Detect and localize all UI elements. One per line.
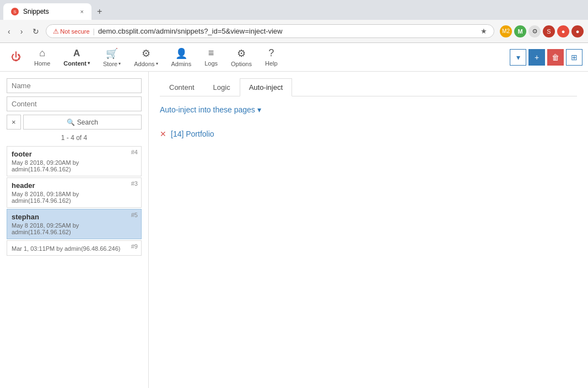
url-display: demo.cbsplit.com/admin/snippets?_id=5&vi…	[98, 27, 477, 35]
snippet-name: header	[12, 181, 137, 190]
help-icon: ?	[268, 47, 274, 59]
content-icon: A	[73, 48, 80, 59]
app-action-buttons: ▾ + 🗑 ⊞	[510, 49, 582, 66]
content-filter-input[interactable]	[7, 96, 142, 111]
name-filter-input[interactable]	[7, 78, 142, 93]
nav-item-logs[interactable]: ≡ Logs	[199, 43, 223, 71]
extension-icon-2: M	[514, 25, 526, 37]
snippet-meta: May 8 2018, 09:25AM by admin(116.74.96.1…	[12, 222, 137, 235]
snippet-meta: May 8 2018, 09:18AM by admin(116.74.96.1…	[12, 191, 137, 204]
warning-icon: ⚠	[53, 28, 59, 35]
admins-label: Admins	[171, 61, 192, 67]
snippet-id: #3	[131, 180, 138, 187]
bookmark-button[interactable]: ★	[481, 27, 487, 35]
dropdown-arrow-icon: ▾	[257, 105, 261, 114]
extension-icon-1: M2	[500, 25, 512, 37]
home-label: Home	[34, 60, 50, 67]
snippet-id: #4	[131, 149, 138, 155]
grid-action-button[interactable]: ⊞	[566, 49, 582, 66]
content-label: Content ▾	[63, 60, 90, 67]
forward-button[interactable]: ›	[17, 25, 26, 38]
nav-item-home[interactable]: ⌂ Home	[29, 43, 56, 71]
nav-item-options[interactable]: ⚙ Options	[225, 43, 257, 72]
add-action-button[interactable]: +	[528, 49, 545, 66]
power-icon: ⏻	[11, 51, 21, 63]
auto-inject-dropdown-link[interactable]: Auto-inject into these pages ▾	[160, 105, 261, 114]
snippet-item-footer[interactable]: #4 footer May 8 2018, 09:20AM by admin(1…	[7, 146, 142, 176]
delete-action-button[interactable]: 🗑	[547, 49, 564, 66]
snippet-item-header[interactable]: #3 header May 8 2018, 09:18AM by admin(1…	[7, 177, 142, 208]
snippet-name: footer	[12, 150, 137, 158]
nav-item-addons[interactable]: ⚙ Addons ▾	[128, 43, 163, 72]
refresh-button[interactable]: ↻	[29, 25, 42, 38]
portfolio-page-link[interactable]: [14] Portfolio	[171, 130, 214, 138]
addons-icon: ⚙	[142, 47, 150, 60]
extension-icon-6: ●	[571, 25, 584, 37]
browser-window: S Snippets × + ‹ › ↻ ⚠ Not secure | demo…	[0, 0, 588, 388]
remove-page-button[interactable]: ✕	[160, 130, 166, 138]
back-button[interactable]: ‹	[4, 25, 14, 38]
extension-icon-3: ⊙	[528, 25, 541, 37]
store-dropdown-icon: ▾	[118, 61, 121, 66]
tab-favicon: S	[11, 8, 19, 15]
nav-item-content[interactable]: A Content ▾	[58, 44, 95, 71]
nav-item-help[interactable]: ? Help	[260, 43, 283, 71]
store-icon: 🛒	[106, 47, 118, 60]
addons-dropdown-icon: ▾	[156, 61, 158, 66]
content-dropdown-icon: ▾	[88, 61, 90, 66]
app-nav-items: ⏻ ⌂ Home A Content ▾ 🛒 Store ▾ ⚙ Addons …	[6, 43, 283, 72]
store-label: Store ▾	[103, 61, 121, 67]
snippet-id: #9	[131, 243, 138, 250]
snippet-name: stephan	[12, 213, 137, 221]
auto-inject-section: Auto-inject into these pages ▾ ✕ [14] Po…	[160, 105, 577, 138]
tab-title: Snippets	[23, 8, 49, 15]
snippet-item-9[interactable]: #9 Mar 1, 03:11PM by admin(96.48.66.246)	[7, 240, 142, 256]
home-icon: ⌂	[39, 47, 45, 59]
portfolio-item: ✕ [14] Portfolio	[160, 130, 577, 138]
snippet-id: #5	[131, 212, 138, 218]
options-label: Options	[231, 61, 252, 67]
search-row: × 🔍 Search	[7, 115, 142, 130]
content-area: Content Logic Auto-inject Auto-inject in…	[149, 72, 588, 388]
svg-text:S: S	[13, 9, 16, 14]
content-tabs: Content Logic Auto-inject	[160, 78, 577, 96]
extension-icon-4: S	[543, 25, 555, 37]
main-layout: × 🔍 Search 1 - 4 of 4 #4 footer May 8 20…	[0, 72, 588, 388]
clear-filter-button[interactable]: ×	[7, 115, 21, 130]
new-tab-button[interactable]: +	[91, 3, 107, 20]
tab-logic[interactable]: Logic	[204, 78, 240, 96]
sidebar: × 🔍 Search 1 - 4 of 4 #4 footer May 8 20…	[0, 72, 149, 388]
snippet-item-stephan[interactable]: #5 stephan May 8 2018, 09:25AM by admin(…	[7, 209, 142, 239]
address-bar[interactable]: ⚠ Not secure | demo.cbsplit.com/admin/sn…	[46, 24, 494, 38]
extension-icon-5: ●	[557, 25, 569, 37]
not-secure-indicator: ⚠ Not secure	[53, 28, 89, 35]
result-count: 1 - 4 of 4	[7, 134, 142, 142]
snippet-meta: May 8 2018, 09:20AM by admin(116.74.96.1…	[12, 159, 137, 173]
logs-label: Logs	[204, 60, 218, 67]
tab-close-button[interactable]: ×	[80, 8, 84, 15]
admins-icon: 👤	[175, 47, 187, 60]
app-navigation: ⏻ ⌂ Home A Content ▾ 🛒 Store ▾ ⚙ Addons …	[0, 43, 588, 72]
logs-icon: ≡	[208, 47, 214, 59]
options-icon: ⚙	[237, 47, 246, 60]
navigation-bar: ‹ › ↻ ⚠ Not secure | demo.cbsplit.com/ad…	[0, 20, 588, 43]
search-icon: 🔍	[67, 118, 75, 126]
nav-item-admins[interactable]: 👤 Admins	[166, 43, 197, 72]
nav-item-store[interactable]: 🛒 Store ▾	[98, 43, 126, 72]
browser-extensions: M2 M ⊙ S ● ●	[500, 25, 584, 37]
tab-bar: S Snippets × +	[0, 0, 588, 20]
search-button[interactable]: 🔍 Search	[23, 115, 142, 130]
tab-auto-inject[interactable]: Auto-inject	[240, 78, 292, 96]
browser-tab[interactable]: S Snippets ×	[3, 3, 91, 20]
help-label: Help	[265, 60, 278, 67]
snippet-meta: Mar 1, 03:11PM by admin(96.48.66.246)	[12, 245, 137, 252]
dropdown-action-button[interactable]: ▾	[510, 49, 526, 66]
addons-label: Addons ▾	[134, 61, 158, 67]
tab-content[interactable]: Content	[160, 78, 204, 96]
nav-item-power[interactable]: ⏻	[6, 47, 26, 67]
